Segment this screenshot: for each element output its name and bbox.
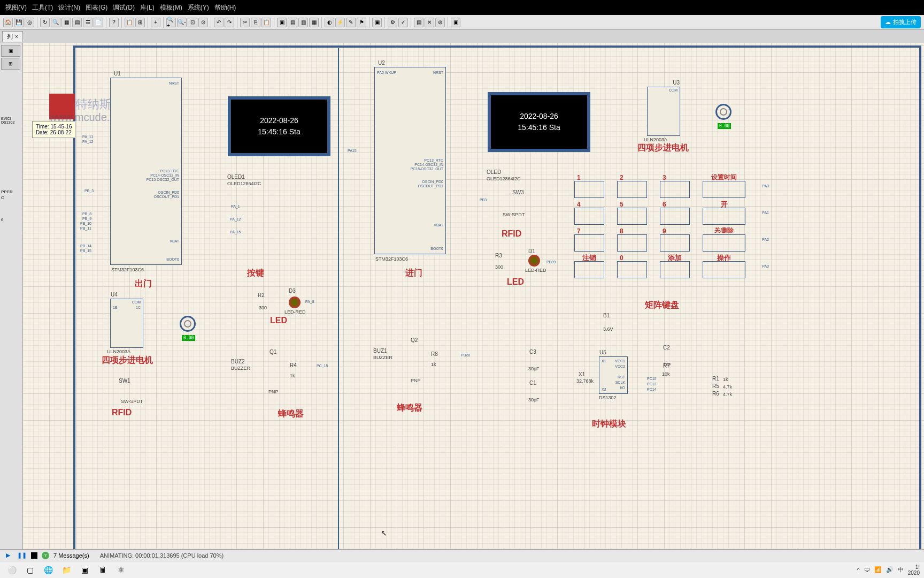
key-8[interactable]: 8 (617, 234, 647, 252)
block-icon[interactable]: ▣ (277, 18, 287, 27)
save-icon[interactable]: 💾 (14, 18, 24, 27)
key-6[interactable]: 6 (660, 208, 690, 225)
grid2-icon[interactable]: ⊞ (135, 18, 145, 27)
zoom-all-icon[interactable]: ⊙ (198, 18, 208, 27)
tool14-icon[interactable]: ⊘ (435, 18, 445, 27)
search-icon[interactable]: 🔍 (51, 18, 60, 27)
menu-item[interactable]: 图表(G) (86, 3, 107, 12)
menu-item[interactable]: 模板(M) (160, 3, 182, 12)
block3-icon[interactable]: ▥ (298, 18, 308, 27)
list-icon[interactable]: ☰ (83, 18, 93, 27)
refresh-icon[interactable]: ↻ (40, 18, 50, 27)
play-icon[interactable]: ▶ (3, 551, 13, 560)
tray-ime[interactable]: 中 (898, 566, 904, 574)
led-d3[interactable] (289, 296, 301, 308)
doc-icon[interactable]: 📄 (94, 18, 103, 27)
stepper-motor[interactable] (180, 316, 196, 332)
key-open[interactable]: 开 (703, 208, 745, 225)
key-set-time[interactable]: 设置时间 (703, 181, 745, 198)
help-icon[interactable]: ? (109, 18, 119, 27)
tray-expand-icon[interactable]: ^ (857, 567, 860, 573)
tray-volume-icon[interactable]: 🔊 (886, 566, 894, 573)
sidebar-tool[interactable]: ⊞ (1, 58, 20, 70)
menu-item[interactable]: 系统(Y) (188, 3, 209, 12)
tool9-icon[interactable]: ▣ (372, 18, 382, 27)
menu-item[interactable]: 调试(D) (113, 3, 135, 12)
led-d1[interactable] (528, 255, 540, 267)
task-view-icon[interactable]: ▢ (22, 562, 37, 577)
paste-icon[interactable]: 📋 (125, 18, 134, 27)
sidebar: ▣ ⊞ EVICI DS1302 PPER C 6 (0, 43, 22, 554)
calc-icon[interactable]: 🖩 (95, 562, 110, 577)
undo-icon[interactable]: ↶ (214, 18, 224, 27)
menu-item[interactable]: 视图(V) (5, 3, 27, 12)
tray-network-icon[interactable]: 🗨 (864, 567, 870, 573)
key-3[interactable]: 3 (660, 181, 690, 198)
tray-wifi-icon[interactable]: 📶 (874, 566, 882, 573)
tool8-icon[interactable]: ⚑ (357, 18, 366, 27)
stop-icon[interactable] (31, 552, 37, 559)
ic-u3[interactable]: U3 COM (647, 87, 680, 136)
messages-text[interactable]: 7 Message(s) (53, 552, 89, 559)
key-operate[interactable]: 操作 (703, 261, 745, 278)
tool5-icon[interactable]: ◐ (325, 18, 334, 27)
redo-icon[interactable]: ↷ (225, 18, 234, 27)
copy-icon[interactable]: ⎘ (251, 18, 260, 27)
tool7-icon[interactable]: ✎ (346, 18, 356, 27)
target-icon[interactable]: ◎ (25, 18, 34, 27)
key-add[interactable]: 添加 (660, 261, 690, 278)
tool13-icon[interactable]: ✕ (425, 18, 434, 27)
key-4[interactable]: 4 (574, 208, 604, 225)
key-5[interactable]: 5 (617, 208, 647, 225)
zoom-out-icon[interactable]: 🔍- (177, 18, 187, 27)
key-7[interactable]: 7 (574, 234, 604, 252)
block2-icon[interactable]: ▤ (288, 18, 297, 27)
net-label: PA_12 (82, 140, 94, 143)
ic-u5[interactable]: U5 X1 X2 VCC1 VCC2 RST SCLK I/O (599, 356, 628, 394)
message-badge[interactable]: 7 (42, 552, 49, 559)
menu-item[interactable]: 工具(T) (32, 3, 53, 12)
menu-item[interactable]: 帮助(H) (214, 3, 236, 12)
tool12-icon[interactable]: ▤ (414, 18, 424, 27)
oled-display[interactable]: 2022-08-26 15:45:16 Sta (488, 92, 590, 152)
grid-icon[interactable]: ▤ (72, 18, 82, 27)
home-icon[interactable]: 🏠 (3, 18, 13, 27)
block4-icon[interactable]: ▦ (309, 18, 319, 27)
menu-item[interactable]: 设计(N) (58, 3, 80, 12)
pause-icon[interactable]: ❚❚ (17, 551, 27, 560)
ic-u2[interactable]: U2 PA0-WKUP NRST VBAT BOOT0 PC13_RTC PC1… (374, 67, 446, 254)
key-0[interactable]: 0 (617, 261, 647, 278)
close-icon[interactable]: × (15, 34, 18, 40)
zoom-in-icon[interactable]: 🔍+ (166, 18, 176, 27)
key-2[interactable]: 2 (617, 181, 647, 198)
key-close-del[interactable]: 关/删除 (703, 234, 745, 252)
tab[interactable]: 列 × (2, 31, 23, 42)
sidebar-tool[interactable]: ▣ (1, 45, 20, 57)
layers-icon[interactable]: ▦ (61, 18, 71, 27)
app2-icon[interactable]: ⚛ (113, 562, 128, 577)
plus-icon[interactable]: + (151, 18, 160, 27)
edge-icon[interactable]: 🌐 (41, 562, 56, 577)
oled-display[interactable]: 2022-08-26 15:45:16 Sta (228, 96, 330, 156)
ic-u4[interactable]: U4 COM 1B 1C (110, 299, 143, 348)
paste2-icon[interactable]: 📋 (261, 18, 271, 27)
upload-button[interactable]: ☁ 拍拽上传 (881, 16, 921, 28)
zoom-fit-icon[interactable]: ⊡ (188, 18, 197, 27)
tool10-icon[interactable]: ⚙ (388, 18, 397, 27)
stepper-motor[interactable] (715, 104, 732, 120)
schematic-canvas[interactable]: 特纳斯电子 www.mcude.com Time: 15-45-16 Date:… (22, 43, 924, 554)
tool11-icon[interactable]: ✓ (398, 18, 408, 27)
app-icon[interactable]: ▣ (77, 562, 92, 577)
ic-u1[interactable]: U1 NRST VBAT BOOT0 PC13_RTC PC14-OSC32_I… (110, 78, 182, 265)
key-logout[interactable]: 注销 (574, 261, 604, 278)
key-1[interactable]: 1 (574, 181, 604, 198)
matrix-keypad[interactable]: 1 2 3 设置时间 4 5 6 开 7 8 9 关/删除 注销 0 添加 操作… (574, 181, 756, 293)
tool6-icon[interactable]: ⚡ (335, 18, 345, 27)
key-9[interactable]: 9 (660, 234, 690, 252)
menu-item[interactable]: 库(L) (140, 3, 155, 12)
explorer-icon[interactable]: 📁 (59, 562, 74, 577)
r3-val: 300 (495, 264, 503, 270)
search-icon[interactable]: ⚪ (4, 562, 19, 577)
tool15-icon[interactable]: ▣ (451, 18, 460, 27)
cut-icon[interactable]: ✂ (240, 18, 250, 27)
